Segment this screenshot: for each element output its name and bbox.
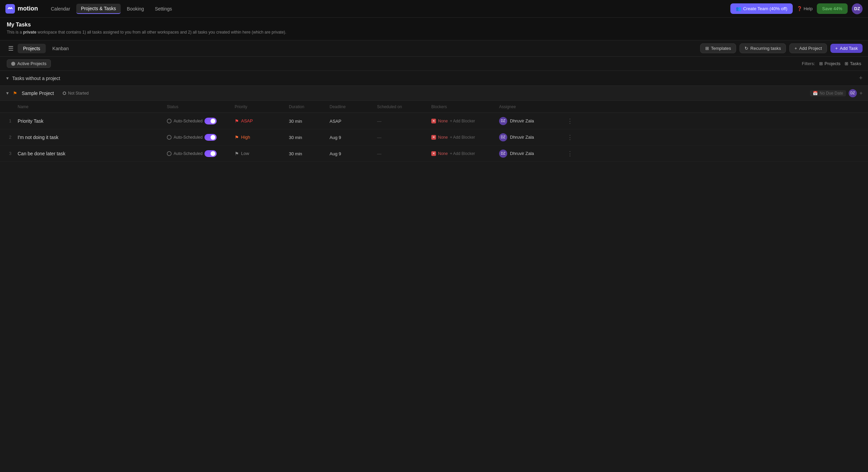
task-name[interactable]: I'm not doing it task [18,135,58,140]
priority-flag-icon: ⚑ [235,118,239,124]
workspace-desc: This is a private workspace that contain… [7,29,861,35]
col-header-status: Status [167,104,235,109]
more-button[interactable]: ⋮ [567,134,573,141]
recurring-tasks-button[interactable]: ↻ Recurring tasks [739,43,786,53]
filters-label: Filters: [802,61,815,66]
project-assignee-avatar[interactable]: DZ [849,89,857,97]
logo-icon [5,4,15,14]
table-row[interactable]: 2 I'm not doing it task Auto-Scheduled ⚑… [0,129,868,145]
task-more-actions[interactable]: ⋮ [567,150,580,157]
task-duration: 30 min [289,118,330,124]
add-blocker-button[interactable]: + Add Blocker [450,151,475,156]
plus-icon-task: + [835,46,838,51]
task-status-cell: Auto-Scheduled [167,150,235,157]
nav-calendar[interactable]: Calendar [46,4,75,14]
auto-schedule-toggle[interactable] [204,118,217,124]
secondary-nav: ☰ Projects Kanban ⊞ Templates ↻ Recurrin… [0,40,868,57]
task-number: 1 [3,118,18,123]
nav-settings[interactable]: Settings [150,4,177,14]
blocker-none-text: None [438,135,448,140]
auto-scheduled-circle-icon [167,151,172,156]
workspace-info: My Tasks This is a private workspace tha… [0,18,868,40]
section-title-no-project: Tasks without a project [12,76,60,81]
more-button[interactable]: ⋮ [567,117,573,125]
task-name[interactable]: Priority Task [18,118,43,124]
secondary-nav-right: ⊞ Templates ↻ Recurring tasks + Add Proj… [700,43,863,53]
table-row[interactable]: 3 Can be done later task Auto-Scheduled … [0,145,868,162]
task-priority-cell: ⚑ Low [235,151,289,156]
tasks-filter-button[interactable]: ⊞ Tasks [845,61,861,66]
assignee-avatar: DZ [499,150,507,158]
task-assignee-cell: DZ Dhruvir Zala [499,150,567,158]
tab-projects[interactable]: Projects [18,44,46,53]
task-status-text: Auto-Scheduled [174,151,202,156]
add-blocker-button[interactable]: + Add Blocker [450,119,475,123]
blocker-warning-icon: ✕ [431,119,436,123]
plus-icon-project: + [794,46,797,51]
badge-circle-icon [11,62,15,66]
hamburger-button[interactable]: ☰ [5,43,16,54]
col-header-scheduled: Scheduled on [377,104,431,109]
section-toggle-no-project[interactable]: ▼ [5,76,9,81]
task-number: 3 [3,151,18,156]
active-projects-filter[interactable]: Active Projects [7,59,51,68]
toggle-knob [211,151,215,156]
nav-booking[interactable]: Booking [122,4,149,14]
task-blockers-cell: ✕ None + Add Blocker [431,151,499,156]
col-header-deadline: Deadline [330,104,377,109]
project-status: Not Started [63,91,89,96]
priority-flag-icon: ⚑ [235,135,239,140]
task-name-cell: Priority Task [18,118,167,124]
add-task-button[interactable]: + Add Task [830,44,863,53]
toggle-knob [211,119,215,123]
project-meta: 📅 No Due Date DZ + [810,89,863,97]
task-priority-cell: ⚑ ASAP [235,118,289,124]
task-more-actions[interactable]: ⋮ [567,134,580,141]
add-blocker-button[interactable]: + Add Blocker [450,135,475,140]
not-started-label: Not Started [68,91,89,96]
col-header-assignee: Assignee [499,104,567,109]
tab-kanban[interactable]: Kanban [47,44,74,53]
assignee-avatar: DZ [499,117,507,125]
more-button[interactable]: ⋮ [567,150,573,157]
section-add-no-project[interactable]: + [859,75,863,82]
col-header-blockers: Blockers [431,104,499,109]
logo[interactable]: motion [5,4,38,14]
priority-text: ASAP [241,118,253,123]
task-blockers-cell: ✕ None + Add Blocker [431,119,499,123]
table-row[interactable]: 1 Priority Task Auto-Scheduled ⚑ ASAP 30… [0,113,868,129]
auto-schedule-toggle[interactable] [204,150,217,157]
auto-schedule-toggle[interactable] [204,134,217,141]
task-assignee-cell: DZ Dhruvir Zala [499,117,567,125]
assignee-name: Dhruvir Zala [510,151,534,156]
task-scheduled-on: — [377,151,431,156]
blocker-none-text: None [438,119,448,123]
template-icon: ⊞ [705,46,709,51]
col-header-priority: Priority [235,104,289,109]
users-icon: 👥 [736,6,741,11]
task-scheduled-on: — [377,118,431,124]
priority-flag-icon: ⚑ [235,151,239,156]
task-name[interactable]: Can be done later task [18,151,65,156]
nav-right: 👥 Create Team (40% off) ❓ Help Save 44% … [730,3,863,14]
active-projects-label: Active Projects [17,61,46,66]
blocker-none-text: None [438,151,448,156]
project-flag-icon: ⚑ [13,91,18,96]
create-team-button[interactable]: 👥 Create Team (40% off) [730,3,793,14]
task-deadline: Aug 9 [330,151,377,156]
project-toggle[interactable]: ▼ [5,91,9,96]
auto-scheduled-circle-icon [167,119,172,123]
add-project-button[interactable]: + Add Project [789,43,827,53]
grid-icon-tasks: ⊞ [845,61,848,66]
task-blockers-cell: ✕ None + Add Blocker [431,135,499,140]
desc-middle: workspace that contains 1) all tasks ass… [36,30,286,35]
project-add-button[interactable]: + [860,90,863,96]
save-button[interactable]: Save 44% [817,3,848,14]
avatar[interactable]: DZ [852,3,863,14]
auto-scheduled-circle-icon [167,135,172,140]
nav-projects-tasks[interactable]: Projects & Tasks [76,4,121,14]
projects-filter-button[interactable]: ⊞ Projects [819,61,841,66]
help-button[interactable]: ❓ Help [797,6,813,11]
templates-button[interactable]: ⊞ Templates [700,43,736,53]
task-more-actions[interactable]: ⋮ [567,117,580,125]
